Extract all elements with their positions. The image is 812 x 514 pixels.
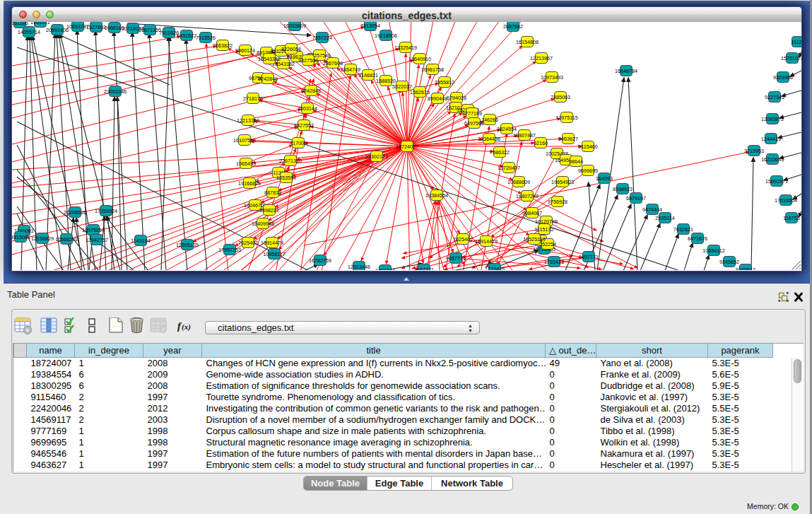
svg-text:12923446: 12923446 [348,264,370,270]
svg-text:2087682: 2087682 [503,23,523,30]
svg-text:7663822: 7663822 [213,42,233,49]
svg-text:18409948: 18409948 [252,221,274,227]
svg-text:9245612: 9245612 [736,267,755,270]
svg-text:10807487: 10807487 [513,132,536,139]
svg-text:1905572: 1905572 [30,22,50,25]
svg-text:16154808: 16154808 [516,39,539,45]
svg-text:10654112: 10654112 [702,247,724,254]
svg-text:20364436: 20364436 [478,136,500,142]
svg-text:2867608: 2867608 [323,60,343,66]
svg-text:18724007: 18724007 [396,144,418,150]
svg-text:11568291: 11568291 [55,236,77,243]
svg-text:6879197: 6879197 [626,195,646,201]
svg-text:9242848: 9242848 [301,88,321,94]
svg-text:3915081: 3915081 [12,234,30,240]
svg-text:9227343: 9227343 [765,94,784,100]
svg-text:98644: 98644 [569,158,583,165]
svg-text:10973493: 10973493 [541,74,563,81]
svg-text:887833: 887833 [264,189,281,196]
svg-text:16671355: 16671355 [139,27,161,33]
svg-text:8990448: 8990448 [428,95,447,102]
svg-text:16033809: 16033809 [283,23,306,29]
svg-text:1292344: 1292344 [375,267,395,270]
svg-text:161186: 161186 [12,22,28,26]
svg-text:7515526: 7515526 [196,35,216,41]
svg-text:7955812: 7955812 [435,79,454,86]
svg-text:8471676: 8471676 [688,235,707,242]
svg-text:8226058: 8226058 [281,46,301,52]
svg-text:8498222: 8498222 [259,207,279,214]
svg-text:12156829: 12156829 [31,235,54,242]
svg-text:164093: 164093 [596,175,613,182]
svg-text:1115132: 1115132 [535,226,554,233]
svg-text:9457771: 9457771 [579,254,599,260]
svg-text:7632621: 7632621 [673,226,693,233]
svg-text:19166825: 19166825 [238,180,261,187]
svg-text:9657771: 9657771 [446,255,466,262]
svg-text:1353594: 1353594 [276,175,296,181]
svg-text:10958117: 10958117 [263,251,285,257]
svg-text:18525119: 18525119 [523,236,545,243]
svg-text:9242848: 9242848 [258,76,278,82]
svg-text:7357224: 7357224 [312,35,332,41]
svg-text:12975115: 12975115 [555,115,577,121]
svg-text:6794028: 6794028 [447,95,466,101]
svg-text:1733426: 1733426 [485,266,505,270]
svg-text:22671310: 22671310 [279,158,302,164]
svg-text:16210643: 16210643 [761,156,784,163]
svg-text:2935114: 2935114 [655,215,674,221]
svg-text:8938923: 8938923 [613,186,632,192]
svg-text:116753: 116753 [783,215,799,221]
svg-text:5322037: 5322037 [392,83,412,90]
svg-text:19384554: 19384554 [425,192,448,199]
svg-text:8427552: 8427552 [294,122,314,129]
svg-text:7485063: 7485063 [551,94,570,100]
svg-text:12093872: 12093872 [761,116,784,122]
svg-text:15692971: 15692971 [765,178,788,185]
svg-text:19654923: 19654923 [551,179,574,185]
svg-text:8813054: 8813054 [360,23,380,29]
svg-text:18807249: 18807249 [516,193,539,199]
svg-text:17957253: 17957253 [218,247,241,253]
svg-text:18640910: 18640910 [408,56,431,62]
svg-text:12213967: 12213967 [530,55,553,62]
svg-text:1733426: 1733426 [544,259,564,265]
svg-text:16914479: 16914479 [261,240,283,246]
svg-text:9960124: 9960124 [235,47,255,54]
svg-text:9463627: 9463627 [558,136,578,142]
svg-text:14055714: 14055714 [18,29,40,35]
svg-text:16543382: 16543382 [258,56,281,62]
svg-text:20206526: 20206526 [64,209,86,216]
svg-text:16961758: 16961758 [421,66,444,73]
svg-text:12505135: 12505135 [176,242,199,248]
svg-text:17016504: 17016504 [775,197,797,204]
svg-text:9245652: 9245652 [719,259,739,265]
svg-text:1145194: 1145194 [131,238,150,244]
svg-text:16107553: 16107553 [233,137,256,144]
svg-text:3824554: 3824554 [497,126,517,132]
svg-text:16648784: 16648784 [615,68,637,74]
svg-text:10975857: 10975857 [82,227,105,233]
svg-text:1527602: 1527602 [86,24,106,30]
svg-text:1244415: 1244415 [761,136,781,142]
svg-text:2803144: 2803144 [298,105,317,112]
svg-text:10688609: 10688609 [507,179,530,185]
svg-text:9451522: 9451522 [177,33,196,39]
svg-text:16914479: 16914479 [475,238,498,245]
svg-text:9329966: 9329966 [773,74,793,81]
svg-text:15302173: 15302173 [365,153,388,160]
svg-text:17359924: 17359924 [95,208,117,214]
svg-text:2718176: 2718176 [243,95,263,102]
svg-text:7986322: 7986322 [490,149,510,156]
svg-text:62160: 62160 [534,140,548,146]
svg-text:19218506: 19218506 [375,33,397,39]
svg-text:1965493: 1965493 [236,160,256,167]
svg-text:12213369: 12213369 [237,117,259,124]
svg-text:7625402: 7625402 [238,240,258,246]
svg-text:1362615: 1362615 [410,89,430,95]
svg-text:23053346: 23053346 [104,88,126,95]
svg-text:9699695: 9699695 [578,168,598,174]
svg-text:746266: 746266 [481,117,498,123]
svg-text:9115460: 9115460 [578,144,597,150]
svg-text:16782759: 16782759 [309,257,331,264]
